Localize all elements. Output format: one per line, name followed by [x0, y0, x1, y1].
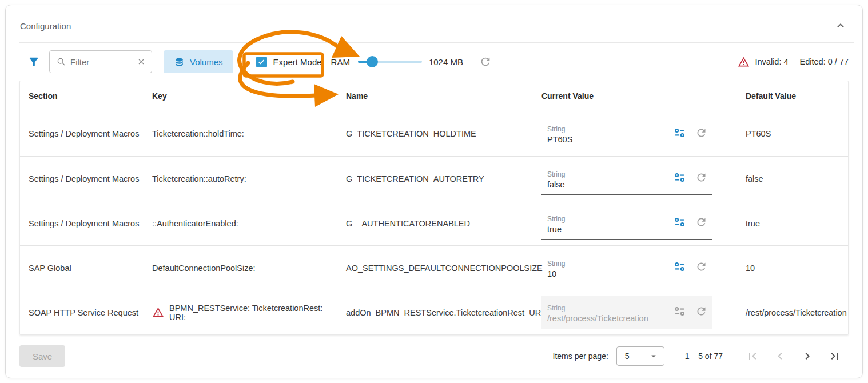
col-header-default-value: Default Value — [737, 91, 848, 101]
ram-value: 1024 MB — [429, 57, 463, 67]
previous-page-button[interactable] — [766, 345, 794, 368]
value-actions — [674, 171, 707, 183]
page-range-label: 1 – 5 of 77 — [685, 352, 723, 361]
reset-value-icon[interactable] — [695, 216, 707, 228]
reset-value-icon[interactable] — [695, 305, 707, 317]
col-header-section: Section — [20, 91, 144, 101]
cell-key-text: ::AuthenticatorEnabled: — [152, 219, 238, 228]
tune-sliders-icon[interactable] — [674, 216, 686, 228]
invalid-warning-icon — [152, 306, 164, 318]
volumes-button[interactable]: Volumes — [164, 50, 233, 73]
toolbar: Volumes Expert Mode RAM 1024 MB — [6, 43, 862, 81]
tune-sliders-icon[interactable] — [674, 261, 686, 273]
cell-current-value: String — [533, 207, 737, 240]
next-page-button[interactable] — [794, 345, 821, 368]
page-title: Configuration — [20, 21, 71, 31]
table-row: Settings / Deployment Macros ::Authentic… — [20, 201, 848, 245]
value-type-label: String — [547, 304, 668, 313]
value-actions — [674, 127, 707, 139]
value-field: String — [541, 252, 712, 284]
filter-input[interactable] — [70, 57, 137, 67]
tune-sliders-icon[interactable] — [674, 127, 686, 139]
col-header-key: Key — [144, 91, 337, 101]
first-page-icon — [746, 349, 759, 363]
collapse-chevron-up-icon[interactable] — [834, 19, 847, 33]
cell-default: PT60S — [737, 129, 848, 138]
check-icon — [257, 58, 265, 66]
cell-key: Ticketcreation::holdTime: — [144, 129, 337, 138]
invalid-warning-icon — [738, 56, 750, 68]
clear-filter-icon[interactable] — [137, 57, 146, 66]
table-row: SAP Global DefaultConnectionPoolSize: AO… — [20, 245, 848, 290]
filter-funnel-icon[interactable] — [27, 55, 40, 68]
cell-default: true — [737, 219, 848, 228]
expert-mode-toggle[interactable]: Expert Mode — [256, 57, 322, 67]
value-input[interactable] — [547, 224, 668, 234]
last-page-icon — [828, 349, 842, 363]
ram-control: RAM 1024 MB — [331, 55, 492, 68]
cell-key: DefaultConnectionPoolSize: — [144, 264, 337, 273]
panel-header: Configuration — [6, 5, 862, 42]
cell-key: BPMN_RESTService: TicketcreationRest: UR… — [144, 304, 337, 322]
value-actions — [674, 216, 707, 228]
cell-section: SOAP HTTP Service Request — [20, 308, 144, 317]
cell-key: ::AuthenticatorEnabled: — [144, 219, 337, 228]
value-text-block: String — [547, 259, 668, 278]
status-group: Invalid: 4 Edited: 0 / 77 — [738, 56, 849, 68]
reset-value-icon[interactable] — [695, 127, 707, 139]
config-table: Section Key Name Current Value Default V… — [19, 81, 849, 335]
cell-current-value: String — [533, 296, 737, 329]
last-page-button[interactable] — [821, 345, 849, 368]
cell-name: G_TICKETCREATION_HOLDTIME — [337, 129, 533, 138]
cell-key-text: DefaultConnectionPoolSize: — [152, 264, 256, 273]
footer: Save Items per page: 5 1 – 5 of 77 — [6, 335, 862, 368]
search-icon — [57, 57, 66, 66]
filter-field — [49, 50, 152, 73]
configuration-panel: Configuration Volumes — [5, 5, 863, 378]
value-text-block: String — [547, 304, 668, 323]
value-input[interactable] — [547, 179, 668, 189]
table-header: Section Key Name Current Value Default V… — [20, 81, 848, 111]
cell-default: 10 — [737, 264, 848, 273]
cell-current-value: String — [533, 118, 737, 150]
invalid-count: Invalid: 4 — [755, 57, 789, 66]
reset-value-icon[interactable] — [695, 171, 707, 183]
table-row: Settings / Deployment Macros Ticketcreat… — [20, 111, 848, 156]
volumes-label: Volumes — [190, 57, 223, 67]
cell-section: Settings / Deployment Macros — [20, 219, 144, 228]
cell-key-text: BPMN_RESTService: TicketcreationRest: UR… — [169, 304, 337, 322]
value-type-label: String — [547, 214, 668, 224]
value-type-label: String — [547, 125, 668, 134]
expert-mode-checkbox[interactable] — [256, 57, 267, 67]
chevron-left-icon — [773, 349, 787, 363]
cell-section: Settings / Deployment Macros — [20, 129, 144, 138]
chevron-down-icon — [648, 351, 659, 361]
value-input[interactable] — [547, 313, 668, 323]
ram-label: RAM — [331, 57, 350, 67]
cell-key: Ticketcreation::autoRetry: — [144, 174, 337, 183]
ram-refresh-icon[interactable] — [479, 55, 492, 68]
col-header-name: Name — [337, 91, 533, 101]
ram-slider[interactable] — [358, 56, 422, 67]
value-field: String — [541, 162, 712, 195]
value-type-label: String — [547, 259, 668, 269]
value-actions — [674, 261, 707, 273]
value-text-block: String — [547, 170, 668, 189]
cell-current-value: String — [533, 162, 737, 195]
value-input[interactable] — [547, 134, 668, 144]
cell-current-value: String — [533, 252, 737, 284]
slider-thumb[interactable] — [367, 56, 378, 67]
expert-mode-label: Expert Mode — [273, 57, 322, 67]
value-field: String — [541, 207, 712, 240]
page-size-select[interactable]: 5 — [616, 346, 664, 366]
cell-key-text: Ticketcreation::autoRetry: — [152, 174, 246, 183]
tune-sliders-icon[interactable] — [674, 171, 686, 183]
save-button[interactable]: Save — [19, 345, 65, 367]
first-page-button[interactable] — [739, 345, 766, 368]
tune-sliders-icon[interactable] — [674, 305, 686, 317]
value-input[interactable] — [547, 269, 668, 278]
cell-name: addOn_BPMN_RESTService.TicketcreationRes… — [337, 308, 533, 317]
reset-value-icon[interactable] — [695, 261, 707, 273]
cell-default: /rest/process/Ticketcreation — [737, 308, 848, 317]
edited-count: Edited: 0 / 77 — [800, 57, 849, 66]
